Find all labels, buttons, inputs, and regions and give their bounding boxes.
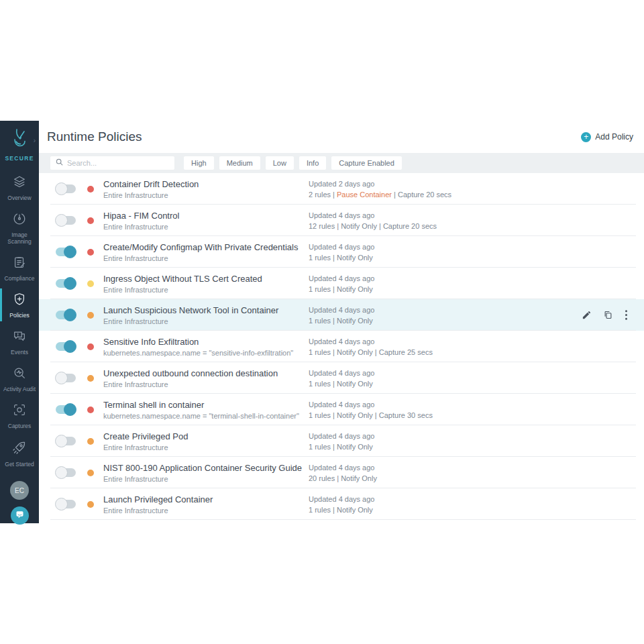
policy-enabled-toggle[interactable] — [56, 311, 76, 319]
sidebar-item-label: Activity Audit — [3, 386, 36, 392]
sidebar-item-label: Get Started — [5, 461, 34, 468]
policy-enabled-toggle[interactable] — [56, 279, 76, 288]
filter-button-low[interactable]: Low — [266, 156, 294, 170]
page-title: Runtime Policies — [47, 129, 142, 144]
clipboard-icon — [12, 255, 27, 272]
edit-icon[interactable] — [582, 310, 592, 320]
app-window: › SECURE Overview Image Scanning Complia… — [0, 121, 644, 523]
sidebar-item-label: Image Scanning — [1, 231, 38, 245]
magnifier-pulse-icon — [12, 366, 27, 383]
sidebar-item-activity-audit[interactable]: Activity Audit — [0, 361, 39, 396]
sidebar-bottom: Get Started EC — [0, 435, 39, 533]
sidebar-item-image-scanning[interactable]: Image Scanning — [0, 207, 39, 249]
filter-button-info[interactable]: Info — [299, 156, 326, 170]
sidebar-item-label: Overview — [7, 195, 31, 201]
policy-enabled-toggle[interactable] — [56, 468, 76, 477]
policy-scope: Entire Infrastructure — [103, 286, 302, 294]
sidebar-item-policies[interactable]: Policies — [0, 287, 39, 323]
policy-scope: Entire Infrastructure — [103, 223, 302, 231]
severity-dot — [87, 407, 94, 413]
add-policy-label: Add Policy — [595, 132, 633, 142]
policy-row[interactable]: Create Privileged Pod Entire Infrastruct… — [39, 425, 644, 457]
sidebar-item-label: Compliance — [5, 275, 35, 282]
policy-row[interactable]: Terminal shell in container kubernetes.n… — [39, 394, 644, 425]
avatar[interactable]: EC — [10, 481, 29, 500]
policy-name: Hipaa - FIM Control — [103, 211, 302, 221]
updated-text: Updated 4 days ago — [309, 369, 580, 377]
policy-enabled-toggle[interactable] — [56, 374, 76, 382]
policy-row[interactable]: Sensitive Info Exfiltration kubernetes.n… — [39, 331, 644, 362]
sidebar-item-get-started[interactable]: Get Started — [3, 435, 35, 472]
rules-text: 2 rules | Pause Container | Capture 20 s… — [309, 191, 580, 199]
filter-button-high[interactable]: High — [184, 156, 214, 170]
logo-block[interactable]: › SECURE — [0, 121, 39, 162]
rules-text: 1 rules | Notify Only — [309, 285, 580, 293]
policy-name: Launch Suspicious Network Tool in Contai… — [103, 305, 302, 315]
rules-text: 12 rules | Notify Only | Capture 20 secs — [309, 222, 580, 230]
policy-name: Terminal shell in container — [103, 400, 302, 410]
duplicate-icon[interactable] — [603, 310, 613, 320]
sysdig-secure-logo-icon — [8, 126, 31, 153]
sidebar-item-captures[interactable]: Captures — [0, 398, 39, 433]
sidebar-item-events[interactable]: Events — [0, 324, 39, 360]
severity-dot — [87, 249, 94, 256]
intercom-chat-button[interactable] — [11, 506, 29, 525]
policy-scope: Entire Infrastructure — [103, 254, 302, 262]
updated-text: Updated 4 days ago — [309, 243, 580, 251]
severity-dot — [87, 343, 94, 350]
chat-icon — [15, 509, 25, 522]
sidebar-item-label: Events — [11, 349, 28, 356]
policy-scope: Entire Infrastructure — [103, 475, 302, 483]
policy-name: Sensitive Info Exfiltration — [103, 337, 302, 347]
policy-row[interactable]: NIST 800-190 Application Container Secur… — [39, 457, 644, 488]
policy-row[interactable]: Ingress Object Without TLS Cert Created … — [39, 268, 644, 299]
policy-name: Unexpected outbound connection destinati… — [103, 368, 302, 378]
scan-gauge-icon — [12, 211, 27, 229]
policy-row[interactable]: Hipaa - FIM Control Entire Infrastructur… — [39, 205, 644, 236]
policy-enabled-toggle[interactable] — [56, 248, 76, 256]
policy-enabled-toggle[interactable] — [56, 184, 76, 193]
shield-plus-icon — [12, 292, 27, 309]
policy-scope: Entire Infrastructure — [103, 506, 302, 515]
sidebar-collapse-chevron-icon[interactable]: › — [34, 137, 36, 144]
search-input[interactable] — [67, 159, 170, 167]
policy-enabled-toggle[interactable] — [56, 216, 76, 225]
policy-scope: Entire Infrastructure — [103, 191, 302, 199]
search-icon — [55, 157, 64, 169]
policy-enabled-toggle[interactable] — [56, 342, 76, 351]
capture-frame-icon — [12, 402, 27, 420]
rules-text: 1 rules | Notify Only — [309, 317, 580, 325]
sidebar-item-label: Policies — [9, 312, 29, 319]
updated-text: Updated 4 days ago — [309, 495, 580, 503]
more-icon[interactable] — [625, 309, 628, 321]
sidebar: › SECURE Overview Image Scanning Complia… — [0, 121, 39, 523]
sidebar-item-label: Captures — [8, 423, 32, 429]
filter-button-medium[interactable]: Medium — [219, 156, 260, 170]
policy-scope: Entire Infrastructure — [103, 443, 302, 451]
row-actions — [580, 309, 644, 321]
updated-text: Updated 4 days ago — [309, 400, 580, 409]
policy-row[interactable]: Launch Privileged Container Entire Infra… — [39, 488, 644, 520]
updated-text: Updated 4 days ago — [309, 464, 580, 472]
main-content: Runtime Policies + Add Policy HighMedium… — [39, 121, 644, 523]
chat-alert-icon — [12, 329, 27, 346]
severity-dot — [87, 280, 94, 287]
add-policy-button[interactable]: + Add Policy — [581, 132, 633, 142]
policy-row[interactable]: Container Drift Detection Entire Infrast… — [39, 173, 644, 205]
severity-dot — [87, 438, 94, 445]
policy-row[interactable]: Unexpected outbound connection destinati… — [39, 362, 644, 394]
policy-row[interactable]: Launch Suspicious Network Tool in Contai… — [39, 299, 644, 331]
policy-enabled-toggle[interactable] — [56, 500, 76, 508]
severity-dot — [87, 312, 94, 319]
updated-text: Updated 2 days ago — [309, 180, 580, 188]
policy-enabled-toggle[interactable] — [56, 437, 76, 445]
policy-row[interactable]: Create/Modify Configmap With Private Cre… — [39, 236, 644, 268]
plus-circle-icon: + — [581, 132, 591, 142]
severity-dot — [87, 375, 94, 382]
policy-name: NIST 800-190 Application Container Secur… — [103, 463, 302, 473]
filter-button-capture-enabled[interactable]: Capture Enabled — [331, 156, 402, 170]
search-box — [50, 156, 174, 170]
sidebar-item-compliance[interactable]: Compliance — [0, 250, 39, 286]
sidebar-item-overview[interactable]: Overview — [0, 170, 39, 205]
policy-enabled-toggle[interactable] — [56, 405, 76, 414]
